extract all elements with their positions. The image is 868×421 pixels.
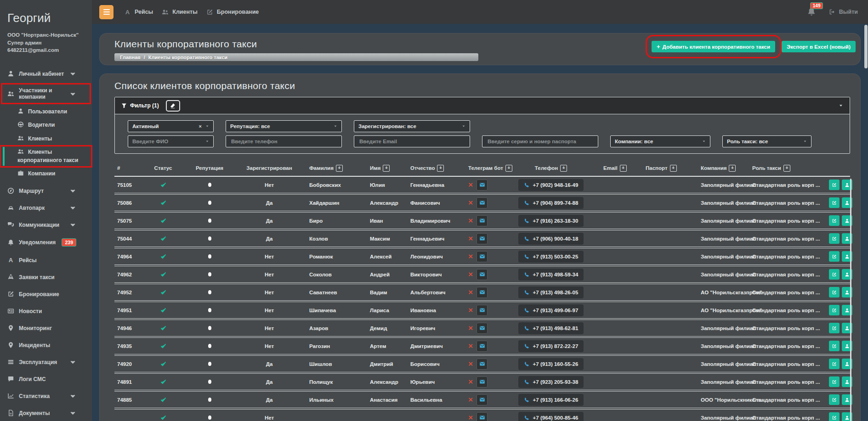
- edit-client-button[interactable]: [829, 197, 840, 208]
- phone-link[interactable]: +7 (906) 900-40-18: [518, 233, 584, 245]
- status-filter[interactable]: Активный×: [128, 120, 214, 132]
- edit-client-button[interactable]: [829, 412, 840, 421]
- send-invite-button[interactable]: [477, 197, 488, 208]
- sidebar-item-12[interactable]: Эксплуатация: [0, 354, 92, 370]
- sidebar-item-1[interactable]: Участники и компании: [0, 82, 92, 105]
- phone-link[interactable]: +7 (923) 205-93-38: [518, 376, 584, 388]
- edit-client-button[interactable]: [829, 180, 840, 190]
- edit-client-button[interactable]: [829, 251, 840, 262]
- sort-add-button[interactable]: +: [383, 165, 390, 172]
- phone-filter-input[interactable]: [230, 138, 337, 145]
- phone-link[interactable]: +7 (964) 500-85-46: [518, 412, 584, 421]
- send-invite-button[interactable]: [477, 305, 488, 316]
- send-invite-button[interactable]: [477, 233, 488, 244]
- send-invite-button[interactable]: [477, 251, 488, 262]
- sidebar-item-11[interactable]: Инциденты: [0, 337, 92, 354]
- send-invite-button[interactable]: [477, 376, 488, 387]
- clear-filters-button[interactable]: [166, 100, 180, 112]
- sort-add-button[interactable]: +: [670, 165, 677, 172]
- phone-link[interactable]: +7 (913) 872-22-27: [518, 340, 584, 352]
- phone-link[interactable]: +7 (902) 948-16-49: [518, 179, 584, 191]
- email-filter-input[interactable]: [358, 138, 465, 145]
- fio-filter[interactable]: Введите ФИО: [128, 135, 214, 147]
- sort-add-button[interactable]: +: [620, 165, 627, 172]
- sidebar-subitem-1-0[interactable]: Пользователи: [0, 105, 92, 118]
- phone-link[interactable]: +7 (913) 498-26-05: [518, 286, 584, 298]
- sidebar-item-9[interactable]: Новости: [0, 303, 92, 320]
- edit-client-button[interactable]: [829, 233, 840, 244]
- send-invite-button[interactable]: [477, 269, 488, 280]
- sidebar-item-6[interactable]: AРейсы: [0, 252, 92, 269]
- filter-header[interactable]: Фильтр (1): [115, 97, 850, 114]
- sidebar-item-14[interactable]: Статистика: [0, 387, 92, 404]
- navbar-item-2[interactable]: Бронирование: [206, 9, 259, 16]
- breadcrumb-home-link[interactable]: Главная: [120, 55, 141, 60]
- reputation-filter[interactable]: Репутация: все: [226, 120, 342, 132]
- navbar-item-0[interactable]: AРейсы: [124, 9, 153, 16]
- menu-toggle-button[interactable]: [99, 5, 113, 19]
- phone-link[interactable]: +7 (913) 166-06-26: [518, 394, 584, 406]
- add-client-button[interactable]: + Добавить клиента корпоративного такси: [652, 41, 775, 52]
- notifications-bell-button[interactable]: 149: [807, 7, 816, 17]
- sidebar-subitem-1-4[interactable]: Компании: [0, 167, 92, 180]
- passport-filter-input[interactable]: [487, 138, 594, 145]
- page-scrollbar-thumb[interactable]: [864, 25, 868, 68]
- phone-link[interactable]: +7 (904) 899-74-88: [518, 197, 584, 209]
- sidebar-item-3[interactable]: Автопарк: [0, 199, 92, 216]
- taxi-role-filter[interactable]: Роль такси: все: [722, 135, 811, 147]
- table-scrollbar[interactable]: [850, 179, 851, 421]
- sidebar-item-15[interactable]: Документы: [0, 404, 92, 421]
- sidebar-subitem-1-1[interactable]: Водители: [0, 118, 92, 132]
- cell-middlename: Игоревич: [405, 326, 465, 331]
- sort-add-button[interactable]: +: [560, 165, 567, 172]
- sort-add-button[interactable]: +: [437, 165, 444, 172]
- registered-filter[interactable]: Зарегистрирован: все: [354, 120, 470, 132]
- phone-link[interactable]: +7 (913) 498-59-34: [518, 269, 584, 281]
- send-invite-button[interactable]: [477, 341, 488, 352]
- phone-link[interactable]: +7 (913) 499-06-97: [518, 304, 584, 316]
- phone-link[interactable]: +7 (913) 498-62-81: [518, 322, 584, 334]
- sidebar-item-8[interactable]: Бронирование: [0, 286, 92, 303]
- sidebar-item-10[interactable]: Мониторинг: [0, 320, 92, 337]
- sidebar-item-13[interactable]: Логи СМС: [0, 370, 92, 387]
- phone-link[interactable]: +7 (916) 263-18-30: [518, 215, 584, 227]
- table-row: 75086ДаХайдаршинАлександрФанисович+7 (90…: [114, 195, 850, 211]
- logout-button[interactable]: Выйти: [829, 9, 858, 15]
- cell-telegram-bot: [465, 341, 502, 352]
- export-excel-button[interactable]: Экспорт в Excel (новый): [782, 41, 856, 52]
- cell-middlename: Ивановна: [405, 308, 465, 313]
- phone-link[interactable]: +7 (913) 160-55-26: [518, 358, 584, 370]
- send-invite-button[interactable]: [477, 287, 488, 298]
- edit-client-button[interactable]: [829, 376, 840, 387]
- sidebar-subitem-1-3[interactable]: Клиенты корпоративного такси: [0, 146, 92, 167]
- sort-add-button[interactable]: +: [729, 165, 736, 172]
- phone-link[interactable]: +7 (913) 503-00-25: [518, 251, 584, 263]
- send-invite-button[interactable]: [477, 180, 488, 191]
- edit-client-button[interactable]: [829, 287, 840, 298]
- send-invite-button[interactable]: [477, 323, 488, 334]
- send-invite-button[interactable]: [477, 359, 488, 370]
- sidebar-item-5[interactable]: Уведомления239: [0, 233, 92, 252]
- edit-client-button[interactable]: [829, 323, 840, 333]
- send-invite-button[interactable]: [477, 394, 488, 405]
- edit-client-button[interactable]: [829, 394, 840, 405]
- send-invite-button[interactable]: [477, 412, 488, 421]
- send-invite-button[interactable]: [477, 215, 488, 226]
- sidebar-subitem-1-2[interactable]: Клиенты: [0, 132, 92, 146]
- company-filter[interactable]: Компании: все: [610, 135, 710, 147]
- edit-client-button[interactable]: [829, 215, 840, 226]
- clear-value-icon[interactable]: ×: [199, 124, 202, 129]
- edit-client-button[interactable]: [829, 341, 840, 351]
- edit-client-button[interactable]: [829, 269, 840, 280]
- page-scrollbar[interactable]: [864, 24, 868, 421]
- sidebar-item-2[interactable]: Маршрут: [0, 182, 92, 199]
- sidebar-item-4[interactable]: Коммуникации: [0, 216, 92, 233]
- navbar-item-1[interactable]: Клиенты: [162, 9, 198, 16]
- sidebar-item-7[interactable]: Заявки такси: [0, 269, 92, 286]
- sort-add-button[interactable]: +: [783, 165, 790, 172]
- edit-client-button[interactable]: [829, 305, 840, 315]
- cell-status: [142, 236, 184, 241]
- sort-add-button[interactable]: +: [336, 165, 343, 172]
- sidebar-item-0[interactable]: Личный кабинет: [0, 65, 92, 82]
- edit-client-button[interactable]: [829, 359, 840, 369]
